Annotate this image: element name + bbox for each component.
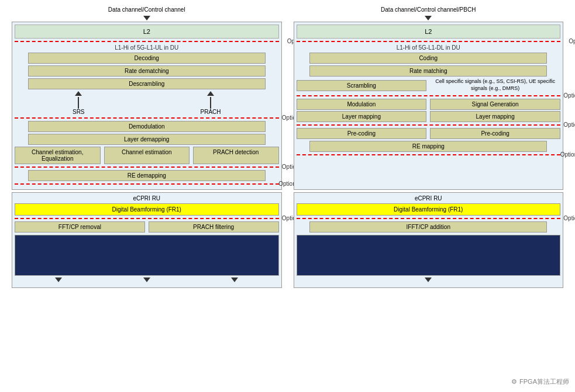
right-rate-matching: Rate matching xyxy=(309,65,547,77)
left-decoding: Decoding xyxy=(28,53,266,64)
left-opt71-line: Option 7-1 xyxy=(15,218,279,219)
right-scrambling: Scrambling xyxy=(297,80,427,91)
left-channel-label: Data channel/Control channel xyxy=(12,6,282,13)
left-outer-box: L2 Option 6 L1-Hi of 5G-L1-UL in DU Deco… xyxy=(12,22,282,190)
right-l2-box: L2 xyxy=(297,25,561,39)
left-opt72a-line: Option 7-2a xyxy=(15,183,279,185)
main-container: Data channel/Control channel L2 Option 6… xyxy=(0,0,575,294)
prach-arrow: PRACH xyxy=(200,91,221,115)
right-bottom-arrow1 xyxy=(425,277,432,282)
right-top-arrow xyxy=(425,16,432,20)
right-precoding-row: Pre-coding Pre-coding xyxy=(297,128,561,139)
left-channel-est2: Channel estimation xyxy=(104,147,190,164)
right-opt73-line: Option 7-3 xyxy=(297,95,561,96)
srs-arrow: SRS xyxy=(73,91,85,115)
right-precoding2: Pre-coding xyxy=(430,128,560,139)
left-rate-dematching: Rate dematching xyxy=(28,65,266,77)
left-bottom-arrow3 xyxy=(231,277,238,282)
right-beamforming: Digital Beamforming (FR1) xyxy=(297,203,561,216)
right-outer-box: L2 Option 6 L1-Hi of 5G-L1-DL in DU Codi… xyxy=(294,22,564,190)
left-channel-est-eq: Channel estimation, Equalization xyxy=(15,147,101,164)
left-demodulation: Demodulation xyxy=(28,121,266,132)
left-du-label: L1-Hi of 5G-L1-UL in DU xyxy=(15,44,279,51)
left-opt72-line: Option 7-2 xyxy=(15,166,279,168)
left-ru-box: eCPRI RU Digital Beamforming (FR1) Optio… xyxy=(12,192,282,288)
right-signal-gen: Signal Generation xyxy=(430,99,560,110)
prach-arrow-head xyxy=(207,91,214,96)
left-prach-filter: PRACH filtering xyxy=(149,221,279,233)
right-opt73-label: Option 7-3 xyxy=(563,92,575,99)
right-cell-specific: Cell specific signals (e.g., SS, CSI-RS)… xyxy=(430,78,560,92)
right-opt72-label: Option 7-2 xyxy=(563,122,575,128)
left-prach-det: PRACH detection xyxy=(193,147,279,164)
left-descrambling: Descrambling xyxy=(28,78,266,89)
left-fft: FFT/CP removal xyxy=(15,221,145,233)
right-layer-mapping-row: Layer mapping Layer mapping xyxy=(297,111,561,122)
left-opt6-line: Option 6 xyxy=(15,41,279,42)
left-ecpri-label: eCPRI RU xyxy=(15,195,279,202)
left-bottom-arrow2 xyxy=(143,277,150,282)
right-opt6-line: Option 6 xyxy=(297,41,561,42)
right-dark-box xyxy=(297,235,561,276)
right-opt72a-label: Option 7-2a xyxy=(560,151,575,158)
left-bottom-arrows xyxy=(15,276,279,285)
right-precoding1: Pre-coding xyxy=(297,128,427,139)
right-layer-mapping2: Layer mapping xyxy=(430,111,560,122)
right-mod-siggen-row: Modulation Signal Generation xyxy=(297,99,561,110)
right-ifft: IFFT/CP addition xyxy=(309,221,547,233)
left-re-demapping: RE demapping xyxy=(28,170,266,181)
right-coding: Coding xyxy=(309,53,547,64)
right-re-mapping: RE mapping xyxy=(309,141,547,152)
right-bottom-arrows xyxy=(297,276,561,285)
right-du-label: L1-Hi of 5G-L1-DL in DU xyxy=(297,44,561,51)
left-ch-est-row: Channel estimation, Equalization Channel… xyxy=(15,147,279,164)
right-opt72-line: Option 7-2 xyxy=(297,124,561,126)
right-opt71-label: Option 7-1 xyxy=(563,215,575,221)
srs-label: SRS xyxy=(73,109,85,115)
left-bottom-arrow1 xyxy=(55,277,62,282)
right-ecpri-label: eCPRI RU xyxy=(297,195,561,202)
watermark-text: FPGA算法工程师 xyxy=(519,377,569,386)
right-scrambling-row: Scrambling Cell specific signals (e.g., … xyxy=(297,78,561,93)
prach-arrow-line xyxy=(210,97,211,109)
left-srs-prach-row: SRS PRACH xyxy=(15,91,279,115)
left-layer-demapping: Layer demapping xyxy=(28,134,266,145)
right-opt72a-line: Option 7-2a xyxy=(297,154,561,155)
srs-arrow-head xyxy=(75,91,82,96)
watermark-icon: ⚙ xyxy=(511,378,517,386)
left-column: Data channel/Control channel L2 Option 6… xyxy=(12,6,282,288)
right-column: Data channel/Control channel/PBCH L2 Opt… xyxy=(294,6,564,288)
left-fft-row: FFT/CP removal PRACH filtering xyxy=(15,221,279,233)
left-l2-box: L2 xyxy=(15,25,279,39)
left-beamforming: Digital Beamforming (FR1) xyxy=(15,203,279,216)
prach-label: PRACH xyxy=(200,109,221,115)
right-ru-box: eCPRI RU Digital Beamforming (FR1) Optio… xyxy=(294,192,564,288)
watermark: ⚙ FPGA算法工程师 xyxy=(511,377,569,386)
right-opt6-label: Option 6 xyxy=(569,38,575,44)
srs-arrow-line xyxy=(78,97,79,109)
right-layer-mapping1: Layer mapping xyxy=(297,111,427,122)
right-opt71-line: Option 7-1 xyxy=(297,218,561,219)
right-channel-label: Data channel/Control channel/PBCH xyxy=(294,6,564,13)
right-modulation: Modulation xyxy=(297,99,427,110)
left-top-arrow xyxy=(143,16,150,20)
left-opt73-line: Option 7-3 xyxy=(15,117,279,119)
left-dark-box xyxy=(15,235,279,276)
